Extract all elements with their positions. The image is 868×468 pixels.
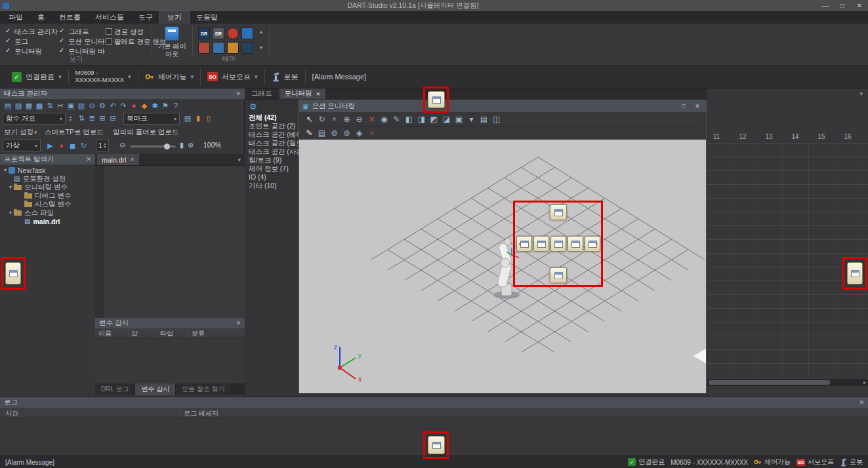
maximize-button[interactable]: □ [678,103,689,109]
run-control-icon-1[interactable]: ● [56,140,67,151]
theme-preset-1[interactable]: DR [198,28,210,39]
watch-col-type[interactable]: 타입 [160,329,173,338]
motion-tool-icon-14[interactable]: ▤ [478,113,490,125]
minimize-button[interactable]: — [817,2,834,9]
view-checkbox-1[interactable]: 로그 [5,37,58,45]
motion-tool-icon-7[interactable]: ✎ [390,113,403,125]
outline-tool-icon-0[interactable]: ⇅ [76,113,87,123]
connection-status-button[interactable]: ✓ 연결완료 ▾ [5,66,68,88]
table-col-0[interactable]: 11 [703,133,730,140]
dock-guide-left[interactable] [5,262,21,284]
motion-window-titlebar[interactable]: ▣ 모션 모니터링 □ ✕ [299,100,706,112]
statusbar-servo[interactable]: SO 서보오프 [796,458,834,467]
tree-item-system-vars[interactable]: 시스템 변수 [0,200,95,208]
outline-tool-icon-2[interactable]: ⊞ [97,113,108,123]
watch-col-class[interactable]: 분류 [192,329,205,338]
theme-scroll-up-button[interactable]: ▴ [257,29,265,35]
bookmark-tool-icon-0[interactable]: ▤ [182,113,193,123]
close-icon[interactable]: ✕ [316,91,321,97]
close-button[interactable]: ✕ [851,2,868,9]
execution-mode-combobox[interactable]: 가상 ▾ [3,140,41,151]
menu-item-4[interactable]: 도구 [131,11,160,24]
motion-tool-icon-4[interactable]: ◈ [353,127,365,139]
theme-preset-8[interactable] [241,42,253,54]
expander-icon[interactable]: ▾ [7,210,14,216]
menu-item-5[interactable]: 보기 [160,11,189,24]
view-settings-button[interactable]: 보기 설정 [4,128,33,137]
statusbar-control[interactable]: 제어가능 [754,458,791,467]
menu-item-2[interactable]: 컨트롤 [52,11,88,24]
theme-preset-2[interactable]: DR [213,28,224,39]
tm-toolbar-icon-5[interactable]: ✂ [55,101,66,111]
dock-guide-top[interactable] [428,91,445,108]
statusbar-connection[interactable]: ✓ 연결완료 [628,458,665,467]
dock-guide-bottom[interactable] [428,436,445,454]
table-col-2[interactable]: 13 [756,133,782,140]
theme-preset-4[interactable] [241,28,253,39]
statusbar-robot[interactable]: 로봇 [840,458,863,467]
menu-item-1[interactable]: 홈 [30,11,52,24]
watch-col-name[interactable]: 이름 [98,329,112,338]
theme-preset-3[interactable] [227,28,239,39]
tm-toolbar-icon-13[interactable]: ◆ [139,101,150,111]
tm-toolbar-icon-6[interactable]: ▣ [66,101,76,111]
view-checkbox-0[interactable]: 그래프 [59,28,112,35]
motion-tool-icon-1[interactable]: ↻ [316,113,328,125]
tab-monitoring[interactable]: 모니터링 ✕ [279,88,326,99]
close-icon[interactable]: ✕ [236,90,241,97]
motion-tool-icon-13[interactable]: ▾ [465,113,478,125]
theme-preset-7[interactable] [227,42,239,54]
motion-tool-icon-11[interactable]: ◪ [440,113,453,125]
tm-toolbar-icon-14[interactable]: ✱ [150,101,160,111]
motion-tool-icon-4[interactable]: ⊖ [353,113,365,125]
gear-icon[interactable]: ⚙ [249,102,257,111]
robot-button[interactable]: 로봇 [265,66,305,88]
control-authority-button[interactable]: 제어가능 ▾ [138,66,201,88]
bookmark-combobox[interactable]: 북마크 ▾ [123,113,180,125]
motion-tool-icon-5[interactable]: ▿ [365,127,378,139]
bookmark-tool-icon-1[interactable]: ▮ [193,113,203,123]
dock-guide-right[interactable] [847,262,863,284]
tree-item-robot-env[interactable]: ▤ 로봇환경 설정 [0,174,95,183]
watch-tab-2[interactable]: 모든 참조 찾기 [176,383,232,395]
upload-smarttp-button[interactable]: 스마트TP로 업로드 [45,128,104,137]
table-col-3[interactable]: 14 [782,133,808,140]
tree-item-monitor-vars[interactable]: ▾ 모니터링 변수 [0,183,95,191]
close-button[interactable]: ✕ [692,103,703,109]
table-col-5[interactable]: 16 [835,133,861,140]
close-icon[interactable]: ✕ [859,399,864,406]
tm-toolbar-icon-9[interactable]: ⚙ [97,101,108,111]
theme-scroll-down-button[interactable]: ▾ [257,45,265,51]
menu-item-0[interactable]: 파일 [1,11,30,24]
tree-item-source-files[interactable]: ▾ 소스 파일 [0,208,95,217]
motion-tool-icon-3[interactable]: ⊕ [341,113,353,125]
tm-toolbar-icon-10[interactable]: ↶ [108,101,118,111]
tree-item-debug-vars[interactable]: 디버그 변수 [0,191,95,200]
motion-tool-icon-15[interactable]: ◫ [490,113,503,125]
dock-cross-right[interactable] [568,236,583,252]
dock-cross-bottom[interactable] [550,267,567,283]
tab-list-chevron-icon[interactable]: ▾ [238,157,241,163]
horizontal-scrollbar[interactable]: ▸ [707,379,868,386]
zoom-in-icon[interactable]: ⊕ [188,141,194,149]
tm-toolbar-icon-7[interactable]: ▥ [76,101,87,111]
tm-toolbar-icon-0[interactable]: ▤ [3,101,13,111]
motion-tool-icon-1[interactable]: ▤ [316,127,328,139]
outline-tool-icon-1[interactable]: ≣ [87,113,97,123]
motion-tool-icon-0[interactable]: ✎ [303,127,316,139]
menu-item-6[interactable]: 도움말 [189,11,225,24]
close-icon[interactable]: ✕ [236,320,241,326]
close-icon[interactable]: ✕ [130,157,134,163]
expander-icon[interactable]: ▾ [2,167,9,173]
motion-tool-icon-9[interactable]: ◨ [415,113,428,125]
scrollbar-thumb[interactable] [709,380,830,385]
zoom-slider-handle[interactable] [164,144,170,149]
tree-item-main-drl[interactable]: ▤ main.drl [0,217,95,225]
run-control-icon-0[interactable]: ▶ [45,141,56,151]
tree-item-newtask[interactable]: ▾ NewTask [0,166,95,174]
tab-main-drl[interactable]: main.drl ✕ [97,154,139,165]
expander-icon[interactable]: ▾ [7,184,14,190]
tm-toolbar-icon-15[interactable]: ⚑ [160,101,171,111]
line-number-stepper[interactable]: 1 ▴▾ [96,140,109,151]
table-grid[interactable] [707,143,868,377]
